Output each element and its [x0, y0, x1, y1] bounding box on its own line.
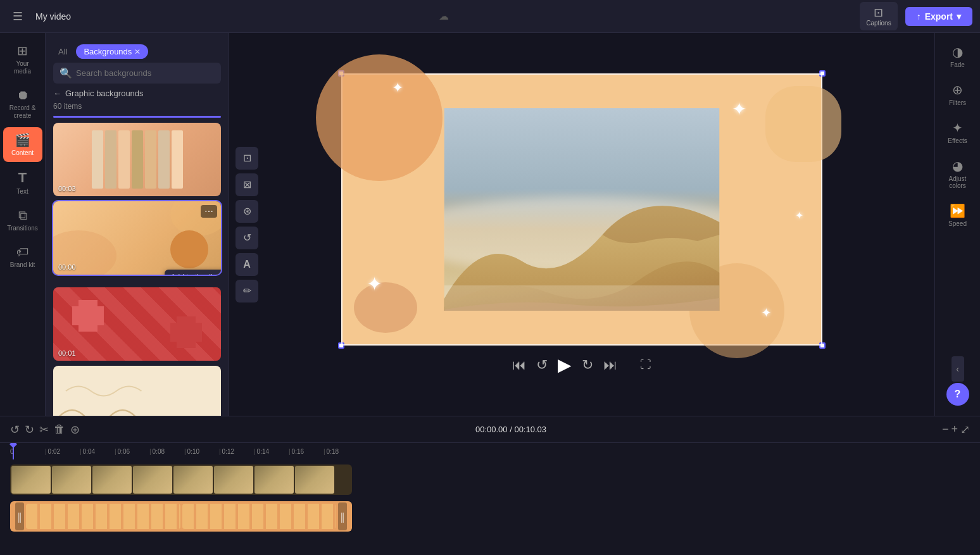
export-button[interactable]: ↑ Export ▾ — [905, 7, 972, 26]
expand-button[interactable]: ⤢ — [960, 423, 970, 437]
draw-tool-button[interactable]: ✏ — [236, 280, 258, 302]
media-card-3[interactable]: 00:01 — [53, 287, 221, 361]
selection-handle-br[interactable] — [819, 342, 826, 349]
menu-button[interactable]: ☰ — [8, 6, 28, 27]
rewind-button[interactable]: ↺ — [536, 357, 548, 373]
speed-label: Speed — [948, 220, 967, 227]
bg-shape-1 — [765, 86, 841, 162]
rotate-tool-button[interactable]: ↺ — [236, 227, 258, 249]
sparkle-4: ✦ — [795, 209, 803, 221]
desert-svg — [444, 108, 720, 311]
zoom-out-button[interactable]: − — [942, 423, 949, 436]
clip-thumb-5 — [173, 466, 213, 494]
tick-02: |0:02 — [45, 448, 80, 455]
brand-kit-icon: 🏷 — [16, 245, 29, 259]
skip-back-button[interactable]: ⏮ — [512, 357, 526, 373]
media-card-4[interactable]: 00:01 — [53, 366, 221, 416]
export-chevron-icon: ▾ — [957, 11, 961, 22]
redo-button[interactable]: ↻ — [25, 423, 34, 437]
help-button[interactable]: ? — [946, 383, 969, 406]
canvas-area: ⊡ ⊠ ⊛ ↺ A ✏ — [229, 33, 934, 416]
sidebar-item-content[interactable]: 🎬 Content — [3, 127, 42, 162]
right-tool-effects[interactable]: ✦ Effects — [938, 114, 977, 151]
tab-close-icon[interactable]: ✕ — [134, 47, 141, 56]
collapse-sidebar-button[interactable]: ‹ — [952, 356, 964, 382]
record-label: Record &create — [9, 104, 36, 120]
desert-image-container — [444, 108, 720, 311]
card-duration-2: 00:00 — [58, 263, 76, 271]
sparkle-3: ✦ — [367, 273, 382, 295]
text-tool-button[interactable]: A — [236, 253, 258, 276]
current-time: 00:00.00 — [475, 425, 508, 434]
back-link[interactable]: ← Graphic backgrounds — [46, 89, 229, 102]
sidebar-item-text[interactable]: T Text — [3, 165, 42, 201]
content-label: Content — [11, 149, 34, 157]
tab-backgrounds[interactable]: Backgrounds ✕ — [76, 44, 148, 59]
search-box[interactable]: 🔍 — [53, 63, 221, 84]
selection-handle-tr[interactable] — [819, 70, 826, 77]
transitions-label: Transitions — [7, 225, 38, 232]
back-arrow-icon: ← — [53, 89, 61, 98]
clip-handle-right[interactable]: ‖ — [338, 502, 347, 530]
tick-12: |0:12 — [219, 448, 254, 455]
text-label: Text — [16, 188, 28, 196]
content-icon: 🎬 — [15, 132, 30, 147]
add-media-button[interactable]: ⊕ — [70, 423, 80, 437]
your-media-icon: ⊞ — [17, 43, 28, 58]
search-icon: 🔍 — [60, 67, 72, 79]
tick-10: |0:10 — [184, 448, 219, 455]
right-tool-fade[interactable]: ◑ Fade — [938, 38, 977, 75]
filters-label: Filters — [949, 99, 966, 106]
clip-thumb-1 — [11, 466, 51, 494]
cut-button[interactable]: ✂ — [39, 423, 49, 437]
background-clip[interactable]: ‖ ‖ — [10, 501, 352, 532]
right-tool-adjust-colors[interactable]: ◕ Adjust colors — [938, 152, 977, 196]
crop-tool-button[interactable]: ⊡ — [236, 147, 258, 170]
left-sidebar: ⊞ Your media ⏺ Record &create 🎬 Content … — [0, 33, 46, 416]
forward-button[interactable]: ↻ — [582, 357, 593, 373]
sparkle-5: ✦ — [761, 305, 772, 320]
captions-icon: ⊡ — [874, 6, 883, 20]
media-card-2[interactable]: 00:00 ⋯ Add to timeline — [53, 201, 221, 275]
timeline-ruler: 0 |0:02 |0:04 |0:06 |0:08 |0:10 |0:12 |0… — [10, 443, 980, 459]
background-track: ‖ ‖ — [10, 500, 980, 533]
video-preview[interactable]: ✦ ✦ ✦ ✦ ✦ — [341, 73, 822, 346]
video-clip[interactable] — [10, 465, 352, 495]
more-options-button[interactable]: ⋯ — [201, 205, 217, 218]
clip-thumb-6 — [214, 466, 253, 494]
sidebar-item-your-media[interactable]: ⊞ Your media — [3, 38, 42, 80]
clip-thumb-4 — [133, 466, 172, 494]
search-input[interactable] — [76, 68, 215, 78]
timeline-section: ↺ ↻ ✂ 🗑 ⊕ 00:00.00 / 00:10.03 − + ⤢ 0 |0… — [0, 416, 980, 555]
squiggle-svg — [53, 366, 221, 416]
transform-tool-button[interactable]: ⊠ — [236, 173, 258, 196]
sidebar-item-brand-kit[interactable]: 🏷 Brand kit — [3, 240, 42, 274]
back-label: Graphic backgrounds — [65, 89, 144, 98]
tab-all[interactable]: All — [53, 44, 72, 59]
selection-handle-bl[interactable] — [338, 342, 344, 349]
items-count: 60 items — [46, 102, 229, 116]
clip-handle-left[interactable]: ‖ — [15, 502, 24, 530]
card-duration-1: 00:03 — [58, 185, 76, 192]
clip-thumb-3 — [92, 466, 132, 494]
media-card-1[interactable]: 00:03 — [53, 123, 221, 196]
playhead-line — [13, 443, 14, 459]
video-title: My video — [35, 11, 431, 22]
fullscreen-button[interactable]: ⛶ — [640, 358, 651, 371]
skip-forward-button[interactable]: ⏭ — [603, 357, 617, 373]
captions-button[interactable]: ⊡ Captions — [860, 2, 897, 30]
sidebar-item-transitions[interactable]: ⧉ Transitions — [3, 203, 42, 237]
right-sidebar: ◑ Fade ⊕ Filters ✦ Effects ◕ Adjust colo… — [934, 33, 980, 416]
zoom-in-button[interactable]: + — [951, 423, 958, 436]
sparkle-2: ✦ — [732, 99, 746, 120]
bg-shape-2 — [354, 282, 417, 333]
resize-tool-button[interactable]: ⊛ — [236, 200, 258, 223]
sidebar-item-record-create[interactable]: ⏺ Record &create — [3, 83, 42, 125]
undo-button[interactable]: ↺ — [10, 423, 20, 437]
right-tool-filters[interactable]: ⊕ Filters — [938, 76, 977, 113]
delete-button[interactable]: 🗑 — [54, 423, 65, 436]
play-button[interactable]: ▶ — [558, 354, 572, 375]
right-tool-speed[interactable]: ⏩ Speed — [938, 197, 977, 234]
filters-icon: ⊕ — [952, 82, 963, 97]
clip-thumb-7 — [254, 466, 294, 494]
